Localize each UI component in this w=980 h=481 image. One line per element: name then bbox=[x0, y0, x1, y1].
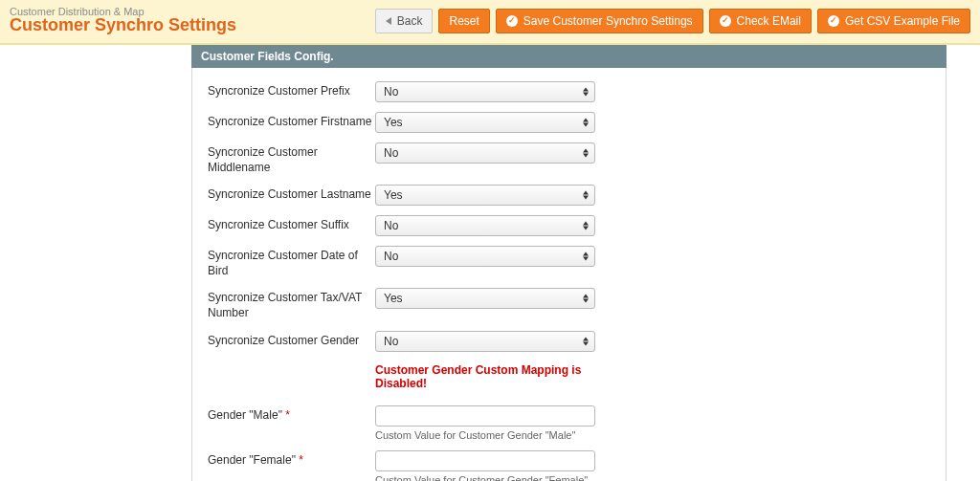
row-gender-warning: Customer Gender Custom Mapping is Disabl… bbox=[208, 361, 930, 396]
check-email-button-label: Check EMail bbox=[737, 14, 801, 28]
label-gender-female-text: Gender "Female" bbox=[208, 453, 296, 467]
arrow-left-icon bbox=[386, 17, 391, 25]
hint-gender-male: Custom Value for Customer Gender "Male" bbox=[375, 429, 595, 441]
label-firstname: Syncronize Customer Firstname bbox=[208, 112, 375, 130]
reset-button-label: Reset bbox=[449, 14, 479, 28]
select-firstname-value: Yes bbox=[384, 116, 403, 129]
get-csv-button-label: Get CSV Example File bbox=[845, 14, 960, 28]
select-gender[interactable]: No bbox=[375, 331, 595, 352]
label-prefix: Syncronize Customer Prefix bbox=[208, 81, 375, 99]
input-gender-male[interactable] bbox=[375, 405, 595, 426]
hint-gender-female: Custom Value for Customer Gender "Female… bbox=[375, 474, 595, 481]
select-lastname[interactable]: Yes bbox=[375, 185, 595, 206]
chevron-updown-icon bbox=[583, 88, 589, 97]
label-lastname: Syncronize Customer Lastname bbox=[208, 185, 375, 203]
chevron-updown-icon bbox=[583, 149, 589, 158]
row-firstname: Syncronize Customer Firstname Yes bbox=[208, 112, 930, 133]
input-gender-female[interactable] bbox=[375, 450, 595, 471]
form-area: Syncronize Customer Prefix No Syncronize… bbox=[191, 68, 947, 481]
select-middlename[interactable]: No bbox=[375, 142, 595, 164]
row-gender: Syncronize Customer Gender No bbox=[208, 331, 930, 352]
chevron-updown-icon bbox=[583, 252, 589, 261]
row-dob: Syncronize Customer Date of Bird No bbox=[208, 246, 930, 278]
check-email-button[interactable]: ✓ Check EMail bbox=[709, 9, 812, 33]
select-dob[interactable]: No bbox=[375, 246, 595, 267]
label-gender: Syncronize Customer Gender bbox=[208, 331, 375, 349]
select-prefix-value: No bbox=[384, 85, 398, 98]
select-middlename-value: No bbox=[384, 146, 398, 160]
select-prefix[interactable]: No bbox=[375, 81, 595, 102]
label-taxvat: Syncronize Customer Tax/VAT Number bbox=[208, 288, 375, 320]
required-marker: * bbox=[299, 453, 303, 467]
save-button[interactable]: ✓ Save Customer Synchro Settings bbox=[496, 9, 703, 33]
main-column: Customer Fields Config. Syncronize Custo… bbox=[191, 45, 980, 481]
check-circle-icon: ✓ bbox=[720, 15, 731, 27]
check-circle-icon: ✓ bbox=[828, 15, 839, 27]
page-header: Customer Distribution & Map Customer Syn… bbox=[0, 0, 980, 45]
back-button[interactable]: Back bbox=[375, 9, 434, 33]
row-lastname: Syncronize Customer Lastname Yes bbox=[208, 185, 930, 206]
section-header: Customer Fields Config. bbox=[191, 45, 947, 68]
label-gender-male-text: Gender "Male" bbox=[208, 408, 282, 422]
select-taxvat[interactable]: Yes bbox=[375, 288, 595, 309]
required-marker: * bbox=[285, 408, 290, 422]
select-gender-value: No bbox=[384, 335, 398, 348]
header-buttons: Back Reset ✓ Save Customer Synchro Setti… bbox=[375, 9, 970, 33]
row-suffix: Syncronize Customer Suffix No bbox=[208, 215, 930, 236]
chevron-updown-icon bbox=[583, 337, 589, 345]
row-gender-male: Gender "Male" * Custom Value for Custome… bbox=[208, 405, 930, 441]
label-suffix: Syncronize Customer Suffix bbox=[208, 215, 375, 233]
row-gender-female: Gender "Female" * Custom Value for Custo… bbox=[208, 450, 930, 481]
select-suffix[interactable]: No bbox=[375, 215, 595, 236]
page-title: Customer Synchro Settings bbox=[10, 15, 236, 35]
reset-button[interactable]: Reset bbox=[438, 9, 489, 33]
select-dob-value: No bbox=[384, 250, 398, 263]
label-gender-female: Gender "Female" * bbox=[208, 450, 375, 469]
select-taxvat-value: Yes bbox=[384, 292, 403, 305]
chevron-updown-icon bbox=[583, 191, 589, 200]
row-prefix: Syncronize Customer Prefix No bbox=[208, 81, 930, 102]
title-block: Customer Distribution & Map Customer Syn… bbox=[10, 6, 236, 35]
row-middlename: Syncronize Customer Middlename No bbox=[208, 142, 930, 175]
label-middlename: Syncronize Customer Middlename bbox=[208, 142, 375, 175]
get-csv-button[interactable]: ✓ Get CSV Example File bbox=[817, 9, 970, 33]
select-firstname[interactable]: Yes bbox=[375, 112, 595, 133]
chevron-updown-icon bbox=[583, 119, 589, 127]
row-taxvat: Syncronize Customer Tax/VAT Number Yes bbox=[208, 288, 930, 320]
back-button-label: Back bbox=[397, 14, 423, 28]
select-suffix-value: No bbox=[384, 219, 398, 232]
chevron-updown-icon bbox=[583, 222, 589, 230]
left-column bbox=[0, 45, 191, 481]
save-button-label: Save Customer Synchro Settings bbox=[523, 14, 693, 28]
chevron-updown-icon bbox=[583, 295, 589, 303]
label-dob: Syncronize Customer Date of Bird bbox=[208, 246, 375, 278]
select-lastname-value: Yes bbox=[384, 188, 403, 202]
label-gender-male: Gender "Male" * bbox=[208, 405, 375, 424]
gender-warning: Customer Gender Custom Mapping is Disabl… bbox=[375, 361, 595, 396]
check-circle-icon: ✓ bbox=[506, 15, 518, 27]
